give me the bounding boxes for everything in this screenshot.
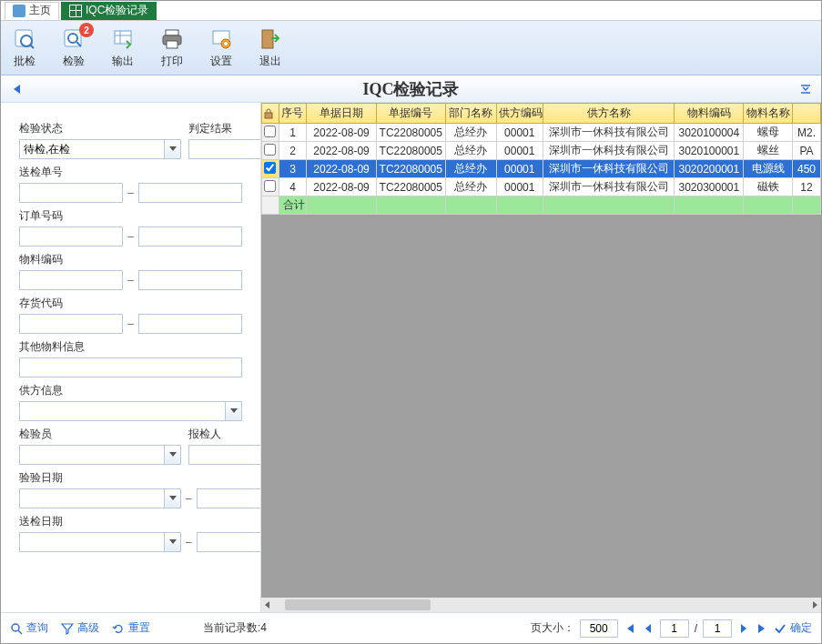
cell: 深圳市一休科技有限公司 [543,178,675,196]
order-no-to[interactable] [138,226,242,247]
tab-home-label: 主页 [29,3,51,18]
svg-line-2 [30,45,34,48]
range-dash: – [126,183,136,203]
chevron-down-icon[interactable] [164,533,180,551]
supplier-input[interactable] [20,402,225,420]
pager-next-icon[interactable] [737,622,750,635]
scroll-left-icon[interactable] [261,599,274,611]
scroll-thumb[interactable] [285,599,431,610]
confirm-button[interactable]: 确定 [774,620,812,636]
svg-rect-9 [166,30,178,35]
horizontal-scrollbar[interactable] [261,598,821,612]
print-button[interactable]: 打印 [156,25,188,71]
stock-code-to[interactable] [138,314,242,334]
material-code-from[interactable] [19,270,123,290]
col-header[interactable]: 部门名称 [445,104,496,124]
cell: 2022-08-09 [307,160,376,178]
chevron-down-icon[interactable] [164,489,180,508]
tab-home[interactable]: 主页 [5,2,59,20]
table-row[interactable]: 32022-08-09TC22080005总经办00001深圳市一休科技有限公司… [262,160,821,178]
table-row[interactable]: 42022-08-09TC22080005总经办00001深圳市一休科技有限公司… [262,178,821,196]
status-input[interactable] [20,140,164,158]
col-header[interactable]: 物料编码 [675,104,744,124]
cell: 3020100004 [675,124,744,142]
col-header[interactable]: 单据编号 [376,104,445,124]
row-checkbox[interactable] [264,180,276,192]
send-no-from[interactable] [19,183,123,203]
settings-button[interactable]: 设置 [205,25,238,71]
page-size-input[interactable] [580,619,618,638]
inspect-button[interactable]: 2 检验 [57,25,90,71]
status-label: 检验状态 [19,121,181,136]
row-checkbox[interactable] [264,144,276,156]
exit-icon [258,26,283,52]
send-no-label: 送检单号 [19,165,242,180]
exit-button[interactable]: 退出 [254,25,287,71]
pager: 页大小： / 确定 [531,619,812,638]
stock-code-from[interactable] [19,314,123,334]
send-no-to[interactable] [138,183,242,203]
toolbar: 批检 2 检验 输出 打印 设置 [1,21,821,75]
reset-label: 重置 [128,620,150,636]
batch-inspect-button[interactable]: 批检 [8,25,41,71]
check-icon [774,622,786,635]
cell: 总经办 [445,142,496,160]
status-combo[interactable] [19,139,181,159]
print-label: 打印 [161,54,183,69]
reporter-label: 报检人 [188,427,261,442]
inspector-input[interactable] [20,446,164,464]
pager-prev-icon[interactable] [642,622,655,635]
search-icon [10,622,23,635]
tab-iqc-records[interactable]: IQC检验记录 [61,2,157,20]
query-button[interactable]: 查询 [10,620,48,636]
advanced-button[interactable]: 高级 [61,620,99,636]
export-button[interactable]: 输出 [107,25,139,71]
table-row[interactable]: 12022-08-09TC22080005总经办00001深圳市一休科技有限公司… [262,124,821,142]
col-header[interactable]: 供方编码 [496,104,543,124]
confirm-label: 确定 [790,620,812,636]
pager-last-icon[interactable] [756,622,768,635]
lock-icon [264,108,273,119]
inspector-combo[interactable] [19,445,181,465]
cell: 4 [279,178,307,196]
chevron-down-icon[interactable] [225,402,241,420]
material-code-to[interactable] [138,270,242,290]
verify-date-from[interactable] [19,488,181,508]
scroll-right-icon[interactable] [808,599,821,611]
page-size-label: 页大小： [531,620,574,636]
page-total-input[interactable] [703,619,732,638]
cell: 螺丝 [744,142,793,160]
verdict-combo[interactable] [188,139,261,159]
query-label: 查询 [26,620,48,636]
supplier-combo[interactable] [19,401,242,421]
send-date-from[interactable] [19,532,181,552]
col-header[interactable] [793,104,821,124]
nav-collapse-icon[interactable] [799,83,812,96]
reporter-input[interactable] [189,446,261,464]
col-header[interactable]: 序号 [279,104,307,124]
cell: TC22080005 [376,160,445,178]
verify-date-to[interactable] [197,488,261,508]
cell: 深圳市一休科技有限公司 [543,142,675,160]
pager-first-icon[interactable] [624,622,636,635]
chevron-down-icon[interactable] [164,446,180,464]
row-checkbox[interactable] [264,126,276,137]
chevron-down-icon[interactable] [164,140,180,158]
order-no-from[interactable] [19,226,123,247]
other-material-input[interactable] [19,357,242,377]
col-header[interactable]: 物料名称 [744,104,793,124]
row-checkbox[interactable] [264,162,276,174]
cell: 螺母 [744,124,793,142]
col-header[interactable]: 供方名称 [543,104,675,124]
table-row[interactable]: 22022-08-09TC22080005总经办00001深圳市一休科技有限公司… [262,142,821,160]
nav-first-icon[interactable] [10,83,23,96]
page-current-input[interactable] [660,619,689,638]
exit-label: 退出 [259,54,281,69]
col-header[interactable]: 单据日期 [307,104,376,124]
filter-panel: 检验状态 判定结果 1 [1,103,261,612]
reset-button[interactable]: 重置 [112,620,150,636]
send-date-to[interactable] [197,532,261,552]
verdict-input[interactable] [189,140,261,158]
reporter-combo[interactable] [188,445,261,465]
grid-table[interactable]: 序号单据日期单据编号部门名称供方编码供方名称物料编码物料名称12022-08-0… [261,103,821,215]
